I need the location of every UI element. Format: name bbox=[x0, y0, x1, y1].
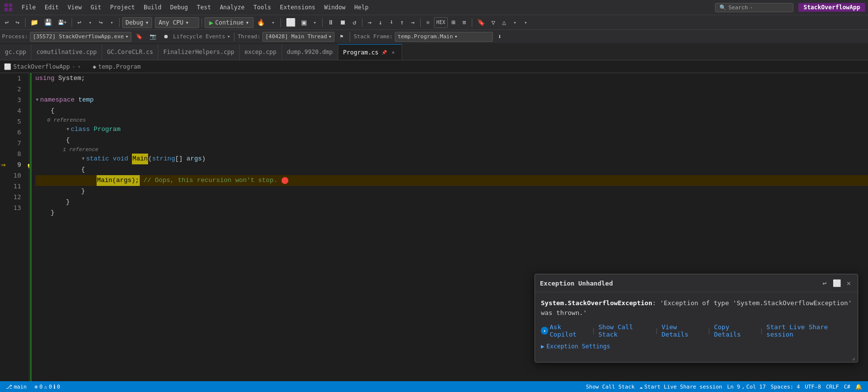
tab-label-dump: dump.9920.dmp bbox=[287, 49, 333, 55]
indent-guide-line bbox=[30, 73, 31, 392]
show-next-button[interactable]: → bbox=[408, 17, 418, 28]
menu-analyze[interactable]: Analyze bbox=[216, 3, 249, 12]
more-button[interactable]: ▾ bbox=[521, 17, 531, 28]
ask-copilot-link[interactable]: Ask Copilot bbox=[550, 323, 589, 338]
tab-finalizer[interactable]: FinalizerHelpers.cpp bbox=[158, 44, 240, 60]
project-icon: ⬜ bbox=[4, 63, 11, 70]
undo-dropdown[interactable]: ▾ bbox=[85, 17, 95, 28]
save-button[interactable]: 💾 bbox=[42, 17, 54, 28]
bookmark-prev[interactable]: △ bbox=[499, 17, 509, 28]
menu-help[interactable]: Help bbox=[350, 3, 372, 12]
back-button[interactable]: ↩ bbox=[2, 17, 12, 28]
fire-button[interactable]: 🔥 bbox=[255, 17, 267, 28]
redo-button[interactable]: ↪ bbox=[96, 17, 106, 28]
search-box[interactable]: 🔍 Search ▾ bbox=[715, 3, 793, 12]
fold-arrow-5[interactable]: ▾ bbox=[66, 124, 70, 135]
fold-arrow-3[interactable]: ▾ bbox=[35, 95, 39, 105]
redo-dropdown[interactable]: ▾ bbox=[107, 17, 117, 28]
step-over-button[interactable]: ↓ bbox=[376, 17, 385, 28]
status-language[interactable]: C# bbox=[842, 384, 852, 390]
bookmark-next[interactable]: ▽ bbox=[488, 17, 498, 28]
menu-tools[interactable]: Tools bbox=[250, 3, 275, 12]
frame-dropdown[interactable]: temp.Program.Main ▾ bbox=[395, 32, 493, 42]
snapshot-btn[interactable]: 📷 bbox=[147, 31, 159, 42]
lifecycle-arrow[interactable]: ▾ bbox=[227, 33, 230, 40]
exception-close-btn[interactable]: ✕ bbox=[845, 278, 853, 288]
open-folder-button[interactable]: 📁 bbox=[28, 17, 41, 28]
menu-extensions[interactable]: Extensions bbox=[276, 3, 319, 12]
disassembly-button[interactable]: ⊞ bbox=[449, 17, 459, 28]
step-into-button[interactable]: ↑ bbox=[386, 17, 396, 28]
brace-10: } bbox=[35, 186, 85, 197]
exception-settings-row[interactable]: ▶ Exception Settings bbox=[541, 342, 852, 351]
menu-project[interactable]: Project bbox=[106, 3, 139, 12]
debug-bar: Process: [35572] StackOverflowApp.exe ▾ … bbox=[0, 29, 868, 43]
breadcrumb-project[interactable]: StackOverflowApp bbox=[13, 63, 70, 70]
class-icon: ◆ bbox=[93, 63, 96, 70]
exception-restore-btn[interactable]: ⬜ bbox=[831, 278, 843, 288]
start-live-share-link[interactable]: Start Live Share session bbox=[766, 323, 852, 338]
tab-close-program-cs[interactable]: ✕ bbox=[390, 49, 397, 56]
word-wrap-button[interactable]: ≡ bbox=[460, 17, 469, 28]
copilot-icon: ✦ bbox=[541, 327, 548, 335]
forward-button[interactable]: ↪ bbox=[13, 17, 23, 28]
tab-gccore[interactable]: GC.CoreCLR.cs bbox=[102, 44, 158, 60]
menu-window[interactable]: Window bbox=[320, 3, 349, 12]
bookmark-debug-icon[interactable]: 🔖 bbox=[133, 31, 145, 42]
status-spaces[interactable]: Spaces: 4 bbox=[769, 384, 802, 390]
copy-details-link[interactable]: Copy Details bbox=[714, 323, 757, 338]
thread-flags-btn[interactable]: ⚑ bbox=[336, 31, 346, 42]
continue-button[interactable]: ▶ Continue ▾ bbox=[204, 17, 253, 28]
breadcrumb-arrow: ▾ bbox=[77, 63, 81, 70]
exception-history-btn[interactable]: ↩ bbox=[820, 278, 828, 288]
show-call-stack-link[interactable]: Show Call Stack bbox=[598, 323, 652, 338]
status-live-share[interactable]: ☁ Start Live Share session bbox=[638, 384, 724, 390]
bookmark-settings[interactable]: ▾ bbox=[510, 17, 520, 28]
perf-button[interactable]: ▣ bbox=[299, 17, 309, 28]
status-errors[interactable]: ⊗ 0 ⚠ 0 ℹ 0 bbox=[33, 381, 62, 392]
tab-excep[interactable]: excep.cpp bbox=[240, 44, 282, 60]
restart-button[interactable]: ↺ bbox=[350, 17, 359, 28]
menu-build[interactable]: Build bbox=[140, 3, 165, 12]
diagnostics-button[interactable]: ⬜ bbox=[283, 17, 298, 28]
status-show-call-stack[interactable]: Show Call Stack bbox=[584, 384, 637, 390]
step-out-button[interactable]: ↑ bbox=[397, 17, 407, 28]
tab-comutil[interactable]: comutilnative.cpp bbox=[31, 44, 102, 60]
platform-dropdown[interactable]: Any CPU ▾ bbox=[155, 17, 199, 28]
fire-dropdown[interactable]: ▾ bbox=[268, 17, 278, 28]
breakpoints-button[interactable]: ⊙ bbox=[423, 17, 433, 28]
pause-button[interactable]: ⏸ bbox=[325, 17, 336, 28]
menu-edit[interactable]: Edit bbox=[41, 3, 63, 12]
snapshot-btn2[interactable]: ⏺ bbox=[161, 31, 171, 42]
kw-namespace: namespace bbox=[40, 95, 75, 105]
code-line-12: } bbox=[35, 208, 868, 218]
hex-button[interactable]: HEX bbox=[434, 17, 448, 28]
tab-dump[interactable]: dump.9920.dmp bbox=[282, 44, 338, 60]
view-details-link[interactable]: View Details bbox=[662, 323, 704, 338]
menu-debug[interactable]: Debug bbox=[166, 3, 192, 12]
step-next-button[interactable]: → bbox=[365, 17, 375, 28]
menu-test[interactable]: Test bbox=[193, 3, 215, 12]
process-dropdown[interactable]: [35572] StackOverflowApp.exe ▾ bbox=[30, 32, 131, 42]
breadcrumb-class[interactable]: temp.Program bbox=[98, 63, 141, 70]
status-ln-col[interactable]: Ln 9, Col 17 bbox=[725, 384, 768, 390]
menu-file[interactable]: File bbox=[18, 3, 40, 12]
undo-button[interactable]: ↩ bbox=[75, 17, 84, 28]
expand-debug-btn[interactable]: ⬇ bbox=[495, 31, 505, 42]
fold-arrow-7[interactable]: ▾ bbox=[81, 154, 85, 164]
bookmark-button[interactable]: 🔖 bbox=[475, 17, 487, 28]
ask-copilot-container: ✦ Ask Copilot bbox=[541, 323, 588, 338]
status-encoding[interactable]: UTF-8 bbox=[803, 384, 823, 390]
build-config-dropdown[interactable]: Debug ▾ bbox=[122, 17, 152, 28]
perf-dropdown[interactable]: ▾ bbox=[310, 17, 320, 28]
stop-button[interactable]: ⏹ bbox=[337, 17, 349, 28]
status-git[interactable]: ⎇ main bbox=[4, 381, 29, 392]
save-all-button[interactable]: 💾+ bbox=[55, 17, 69, 28]
status-line-endings[interactable]: CRLF bbox=[824, 384, 841, 390]
status-feedback[interactable]: 🔔 bbox=[853, 384, 864, 390]
tab-program-cs[interactable]: Program.cs 📌 ✕ bbox=[338, 44, 402, 60]
tab-gc-cpp[interactable]: gc.cpp bbox=[0, 44, 31, 60]
menu-git[interactable]: Git bbox=[87, 3, 105, 12]
menu-view[interactable]: View bbox=[64, 3, 86, 12]
thread-dropdown[interactable]: [40428] Main Thread ▾ bbox=[262, 32, 334, 42]
